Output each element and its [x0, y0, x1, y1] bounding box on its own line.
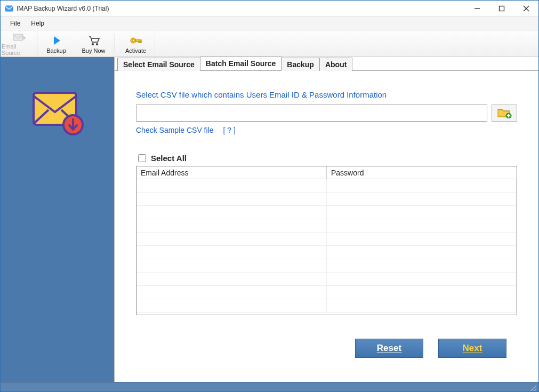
svg-rect-0: [5, 6, 13, 11]
table-header: Email Address Password: [136, 166, 517, 179]
titlebar: IMAP Backup Wizard v6.0 (Trial): [1, 1, 538, 17]
links-row: Check Sample CSV file [ ? ]: [136, 126, 517, 134]
reset-button[interactable]: Reset: [355, 339, 423, 358]
cart-icon: [87, 34, 100, 47]
tab-about[interactable]: About: [319, 58, 352, 71]
tabstrip: Select Email Source Batch Email Source B…: [115, 57, 538, 71]
toolbar: Email Source Backup Buy Now Ac: [1, 30, 538, 57]
close-button[interactable]: [514, 1, 538, 17]
credentials-table[interactable]: Email Address Password: [136, 166, 517, 315]
svg-point-7: [132, 39, 134, 42]
table-body: [136, 179, 517, 313]
content-area: Select Email Source Batch Email Source B…: [1, 57, 538, 382]
toolbar-backup-button[interactable]: Backup: [38, 30, 75, 57]
csv-path-input[interactable]: [136, 105, 487, 122]
csv-file-row: [136, 105, 517, 122]
svg-rect-2: [500, 6, 504, 11]
svg-rect-3: [13, 34, 23, 41]
tab-batch-email-source[interactable]: Batch Email Source: [200, 57, 282, 70]
next-button[interactable]: Next: [438, 339, 506, 358]
select-all-checkbox[interactable]: [138, 154, 146, 162]
minimize-button[interactable]: [465, 1, 489, 17]
toolbar-buy-now-label: Buy Now: [82, 47, 105, 54]
menu-help[interactable]: Help: [26, 18, 50, 29]
table-row[interactable]: [136, 286, 517, 299]
window-title: IMAP Backup Wizard v6.0 (Trial): [17, 5, 109, 12]
window-controls: [465, 1, 538, 17]
toolbar-email-source-button[interactable]: Email Source: [1, 30, 38, 57]
table-row[interactable]: [136, 246, 517, 259]
main-panel: Select Email Source Batch Email Source B…: [114, 57, 538, 382]
maximize-button[interactable]: [489, 1, 514, 17]
table-row[interactable]: [136, 273, 517, 286]
table-row[interactable]: [136, 179, 517, 193]
table-row[interactable]: [136, 219, 517, 233]
svg-point-5: [96, 43, 98, 45]
toolbar-separator: [115, 34, 115, 53]
email-source-icon: [12, 31, 26, 43]
folder-add-icon: [497, 107, 512, 120]
help-link[interactable]: [ ? ]: [223, 126, 236, 134]
instruction-text: Select CSV file which contains Users Ema…: [136, 90, 517, 99]
svg-point-4: [92, 43, 94, 45]
select-all-label: Select All: [151, 154, 187, 163]
envelope-download-icon: [28, 86, 87, 141]
key-icon: [129, 34, 143, 47]
toolbar-activate-label: Activate: [125, 47, 146, 54]
toolbar-email-source-label: Email Source: [2, 43, 36, 56]
col-password-header[interactable]: Password: [327, 166, 517, 179]
table-row[interactable]: [136, 206, 517, 219]
check-sample-csv-link[interactable]: Check Sample CSV file: [136, 126, 214, 134]
toolbar-buy-now-button[interactable]: Buy Now: [75, 30, 112, 57]
tab-backup[interactable]: Backup: [281, 58, 320, 71]
table-row[interactable]: [136, 193, 517, 206]
tab-body: Select CSV file which contains Users Ema…: [115, 71, 538, 382]
table-row[interactable]: [136, 233, 517, 246]
menu-file[interactable]: File: [5, 18, 26, 29]
toolbar-activate-button[interactable]: Activate: [117, 30, 155, 57]
toolbar-backup-label: Backup: [46, 47, 66, 54]
col-email-header[interactable]: Email Address: [136, 166, 327, 179]
svg-rect-10: [140, 41, 141, 43]
table-row[interactable]: [136, 259, 517, 273]
sidebar: [1, 57, 114, 382]
tab-select-email-source[interactable]: Select Email Source: [117, 58, 200, 71]
select-all-row: Select All: [136, 153, 517, 164]
button-row: Reset Next: [136, 339, 517, 358]
statusbar: [1, 382, 538, 391]
play-icon: [51, 34, 62, 47]
app-icon: [5, 4, 13, 13]
menubar: File Help: [1, 17, 538, 30]
table-row[interactable]: [136, 299, 517, 313]
svg-rect-9: [139, 41, 140, 43]
resize-grip[interactable]: [529, 383, 536, 391]
browse-button[interactable]: [492, 105, 517, 122]
